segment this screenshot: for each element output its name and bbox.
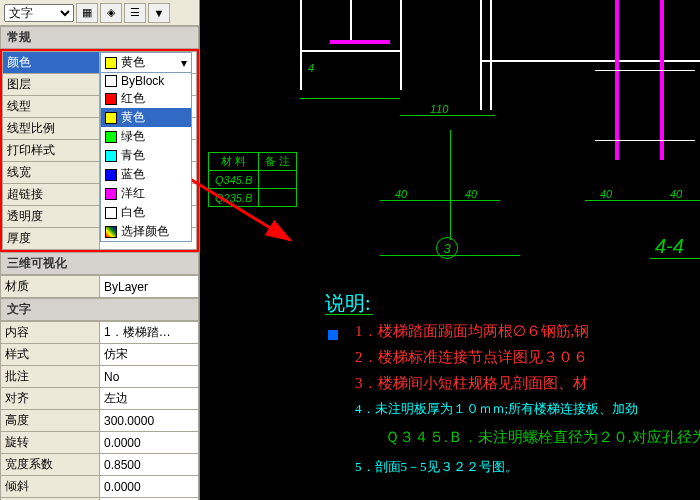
color-option-blue[interactable]: 蓝色 (101, 165, 191, 184)
detail-circle: 3 (436, 237, 458, 259)
cad-line (595, 70, 695, 71)
color-option-white[interactable]: 白色 (101, 203, 191, 222)
object-type-select[interactable]: 文字 (4, 4, 74, 22)
cad-line (350, 0, 352, 40)
filter-icon[interactable]: ☰ (124, 3, 146, 23)
notes-title: 说明: (325, 290, 371, 317)
title-underline (325, 314, 373, 315)
cad-line (300, 0, 302, 90)
prop-oblique-label[interactable]: 倾斜 (1, 476, 100, 498)
cad-line (300, 50, 400, 52)
prop-hyperlink-label[interactable]: 超链接 (3, 184, 100, 206)
funnel-icon[interactable]: ▼ (148, 3, 170, 23)
prop-linetype-label[interactable]: 线型 (3, 96, 100, 118)
dim-text: 110 (430, 103, 448, 115)
dim-text: 40 (395, 188, 407, 200)
dim-line (300, 98, 400, 99)
color-option-current[interactable]: 黄色▾ (101, 53, 191, 73)
drawing-area[interactable]: 4 110 40 40 40 40 材 料备 注 Q345.B Q235.B 3… (200, 0, 700, 500)
prop-thickness-label[interactable]: 厚度 (3, 228, 100, 250)
color-option-cyan[interactable]: 青色 (101, 146, 191, 165)
prop-widthf-label[interactable]: 宽度系数 (1, 454, 100, 476)
prop-transparency-label[interactable]: 透明度 (3, 206, 100, 228)
cad-line (660, 0, 664, 160)
cad-line (330, 40, 390, 44)
section-text[interactable]: 文字 (0, 298, 199, 321)
prop-lineweight-label[interactable]: 线宽 (3, 162, 100, 184)
prop-justify-label[interactable]: 对齐 (1, 388, 100, 410)
prop-plotstyle-label[interactable]: 打印样式 (3, 140, 100, 162)
cad-line (595, 140, 695, 141)
color-option-red[interactable]: 红色 (101, 89, 191, 108)
cad-line (480, 0, 482, 110)
prop-height-label[interactable]: 高度 (1, 410, 100, 432)
prop-rotation-label[interactable]: 旋转 (1, 432, 100, 454)
note-2: 2．楼梯标准连接节点详图见３０６ (355, 348, 588, 367)
note-5: 5．剖面5－5见３２２号图。 (355, 458, 518, 476)
color-dropdown[interactable]: 黄色▾ ByBlock 红色 黄色 绿色 青色 蓝色 洋红 白色 选择颜色 (100, 52, 192, 242)
dim-text: 40 (600, 188, 612, 200)
prop-style-label[interactable]: 样式 (1, 344, 100, 366)
dim-line (450, 130, 451, 240)
color-option-select[interactable]: 选择颜色 (101, 222, 191, 241)
prop-layer-label[interactable]: 图层 (3, 74, 100, 96)
prop-annot-label[interactable]: 批注 (1, 366, 100, 388)
color-option-byblock[interactable]: ByBlock (101, 73, 191, 89)
dim-text: 40 (670, 188, 682, 200)
dim-text: 4 (308, 62, 314, 74)
prop-material-value[interactable]: ByLayer (100, 276, 199, 298)
cad-line (400, 0, 402, 90)
note-1: 1．楼梯踏面踢面均两根∅６钢筋,钢 (355, 322, 589, 341)
prop-content-value[interactable]: 1．楼梯踏… (100, 322, 199, 344)
prop-content-label[interactable]: 内容 (1, 322, 100, 344)
toggle-pim-icon[interactable]: ▦ (76, 3, 98, 23)
section-underline (650, 258, 700, 259)
section-general[interactable]: 常规 (0, 26, 199, 49)
color-option-green[interactable]: 绿色 (101, 127, 191, 146)
prop-material-label[interactable]: 材质 (1, 276, 100, 298)
dim-line (400, 115, 495, 116)
caret-down-icon: ▾ (181, 56, 187, 70)
cad-line (480, 60, 700, 62)
color-option-yellow[interactable]: 黄色 (101, 108, 191, 127)
color-option-magenta[interactable]: 洋红 (101, 184, 191, 203)
dim-line (585, 200, 700, 201)
section-label: 4-4 (655, 235, 684, 258)
dim-text: 40 (465, 188, 477, 200)
dim-line (380, 200, 500, 201)
prop-color-label[interactable]: 颜色 (3, 52, 100, 74)
material-table: 材 料备 注 Q345.B Q235.B (208, 152, 297, 207)
cad-line (490, 0, 492, 110)
note-4: 4．未注明板厚为１０ｍｍ;所有楼梯连接板、加劲 (355, 400, 638, 418)
prop-ltscale-label[interactable]: 线型比例 (3, 118, 100, 140)
cad-line (615, 0, 619, 160)
selection-grip[interactable] (328, 330, 338, 340)
note-3: 3．楼梯间小短柱规格见剖面图、材 (355, 374, 588, 393)
quick-select-icon[interactable]: ◈ (100, 3, 122, 23)
section-3dvisual[interactable]: 三维可视化 (0, 252, 199, 275)
note-q345: Ｑ３４５.Ｂ．未注明螺栓直径为２０,对应孔径为 (385, 428, 700, 447)
